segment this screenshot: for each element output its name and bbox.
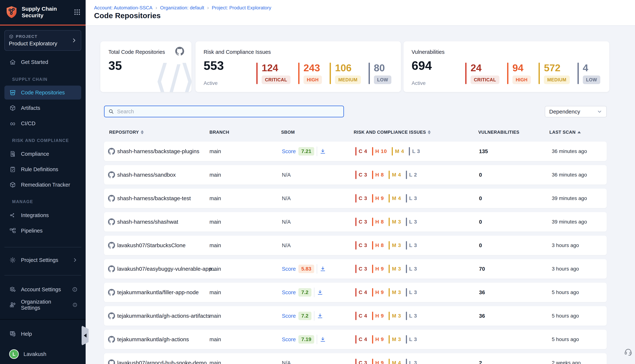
sidebar-item-code-repositories[interactable]: Code Repositories (5, 86, 81, 100)
table-row[interactable]: tejakummarikuntla/gh-actions main Score … (104, 330, 607, 349)
repo-name[interactable]: tejakummarikuntla/gh-actions-artifacts (117, 306, 210, 326)
risk-chip-high: H 9 (372, 194, 384, 202)
repo-name[interactable]: shash-harness/sandbox (117, 165, 176, 184)
severity-badge: CRITICAL (470, 76, 499, 84)
sidebar-item-compliance[interactable]: Compliance (5, 147, 81, 161)
sidebar-item-user[interactable]: L Lavakush (5, 347, 81, 361)
breadcrumb-project[interactable]: Project: Product Exploratory (212, 5, 271, 11)
sidebar-item-label: Remediation Tracker (21, 182, 70, 188)
card-title: Risk and Compliance Issues (204, 49, 271, 55)
repo-name[interactable]: tejakummarikuntla/filler-app-node (117, 283, 199, 302)
severity-bar (330, 63, 331, 84)
table-row[interactable]: tejakummarikuntla/filler-app-node main S… (104, 283, 607, 302)
last-scan-cell: 36 minutes ago (552, 165, 587, 184)
score-link[interactable]: Score (282, 336, 296, 342)
repo-name[interactable]: shash-harness/shashwat (117, 212, 178, 232)
severity-count-label: H 8 (375, 242, 384, 248)
vulns-cell: 70 (479, 259, 485, 278)
risk-chip-medium: M 4 (389, 170, 401, 179)
sbom-cell: Score 7.21 (282, 142, 326, 161)
column-risk-issues[interactable]: RISK AND COMPLIANCE ISSUES (354, 130, 431, 135)
table-row[interactable]: shash-harness/shashwat main N/A C 3H 8M … (104, 212, 607, 232)
severity-bar (372, 218, 373, 226)
severity-count-label: M 3 (392, 290, 401, 295)
breadcrumb: Account: Automation-SSCA › Organization:… (94, 5, 271, 11)
active-label: Active (204, 80, 218, 86)
sidebar-item-cicd[interactable]: ∞ CI/CD (5, 116, 81, 130)
severity-bar (538, 63, 540, 84)
sidebar-item-organization-settings[interactable]: Organization Settings (5, 298, 81, 312)
severity-count: 572 (544, 63, 569, 73)
clipboard-check-icon (9, 166, 16, 173)
repo-name[interactable]: tejakummarikuntla/gh-actions (117, 330, 189, 349)
breadcrumb-account[interactable]: Account: Automation-SSCA (94, 5, 153, 11)
severity-count-label: H 9 (375, 336, 384, 342)
branch-cell: main (210, 330, 221, 349)
score-link[interactable]: Score (282, 313, 296, 319)
breadcrumb-organization[interactable]: Organization: default (160, 5, 204, 11)
download-sbom-icon[interactable] (320, 336, 326, 342)
sidebar-item-artifacts[interactable]: Artifacts (5, 101, 81, 115)
sidebar-item-integrations[interactable]: Integrations (5, 208, 81, 222)
repo-name[interactable]: shash-harness/backstage-plugins (117, 142, 199, 161)
vulns-cell: 0 (479, 165, 482, 184)
sidebar-collapse-handle[interactable] (82, 326, 89, 346)
vulns-cell: 36 (479, 283, 485, 302)
dependency-filter-select[interactable]: Dependency (545, 106, 607, 117)
table-row[interactable]: lavakush07/argocd-hub-spoke-demo main N/… (104, 353, 607, 364)
search-input[interactable] (117, 108, 340, 114)
repo-name[interactable]: lavakush07/StarbucksClone (117, 236, 186, 255)
divider (317, 146, 317, 156)
severity-bar (389, 359, 390, 364)
severity-count-label: C 3 (359, 196, 367, 201)
score-link[interactable]: Score (282, 148, 296, 154)
sidebar-item-rule-definitions[interactable]: Rule Definitions (5, 162, 81, 176)
info-icon[interactable] (72, 287, 78, 292)
project-selector[interactable]: PROJECT Product Exploratory (5, 30, 81, 51)
sidebar-item-remediation-tracker[interactable]: Remediation Tracker (5, 178, 81, 192)
pipelines-icon (9, 227, 16, 234)
repo-name[interactable]: lavakush07/easybuggy-vulnerable-app... (117, 259, 216, 278)
column-vulnerabilities: VULNERABILITIES (478, 130, 519, 135)
info-icon[interactable] (72, 302, 78, 308)
sidebar-item-label: Compliance (21, 151, 49, 157)
score-link[interactable]: Score (282, 290, 296, 296)
sidebar-item-project-settings[interactable]: Project Settings (5, 253, 81, 267)
column-last-scan[interactable]: LAST SCAN (549, 130, 581, 135)
sbom-na-value: N/A (282, 172, 291, 178)
table-row[interactable]: shash-harness/backstage-test main N/A C … (104, 188, 607, 208)
column-repository[interactable]: REPOSITORY (109, 130, 144, 135)
download-sbom-icon[interactable] (317, 289, 323, 296)
repo-name[interactable]: lavakush07/argocd-hub-spoke-demo (117, 353, 207, 364)
download-sbom-icon[interactable] (317, 313, 323, 319)
branch-cell: main (210, 188, 221, 208)
score-link[interactable]: Score (282, 266, 296, 272)
download-sbom-icon[interactable] (320, 266, 326, 272)
risk-chip-high: H 9 (372, 359, 384, 364)
sidebar-item-account-settings[interactable]: Account Settings (5, 282, 81, 296)
table-row[interactable]: tejakummarikuntla/gh-actions-artifacts m… (104, 306, 607, 326)
severity-medium: 572 MEDIUM (538, 63, 569, 84)
sidebar-item-help[interactable]: Help (5, 327, 81, 341)
sidebar-item-get-started[interactable]: Get Started (5, 55, 81, 69)
active-label: Active (412, 80, 425, 86)
table-row[interactable]: shash-harness/backstage-plugins main Sco… (104, 142, 607, 161)
severity-badge: LOW (374, 76, 392, 84)
severity-count-label: L 3 (409, 242, 417, 248)
sbom-score-group: Score 7.2 (282, 288, 323, 297)
download-sbom-icon[interactable] (320, 148, 326, 154)
table-row[interactable]: lavakush07/easybuggy-vulnerable-app... m… (104, 259, 607, 278)
repo-name[interactable]: shash-harness/backstage-test (117, 188, 191, 208)
sbom-cell: Score 5.83 (282, 259, 326, 278)
branch-cell: main (210, 259, 221, 278)
severity-count-label: C 3 (359, 242, 367, 248)
support-headset-icon[interactable] (624, 348, 632, 356)
sidebar-item-pipelines[interactable]: Pipelines (5, 224, 81, 238)
table-row[interactable]: shash-harness/sandbox main N/A C 3H 8M 4… (104, 165, 607, 184)
app-switcher-grid-icon[interactable] (74, 8, 81, 16)
search-box (104, 106, 344, 117)
vulns-cell: 0 (479, 212, 482, 232)
branch-cell: main (210, 142, 221, 161)
sidebar-item-label: Artifacts (21, 105, 40, 111)
table-row[interactable]: lavakush07/StarbucksClone main N/A C 3H … (104, 236, 607, 255)
